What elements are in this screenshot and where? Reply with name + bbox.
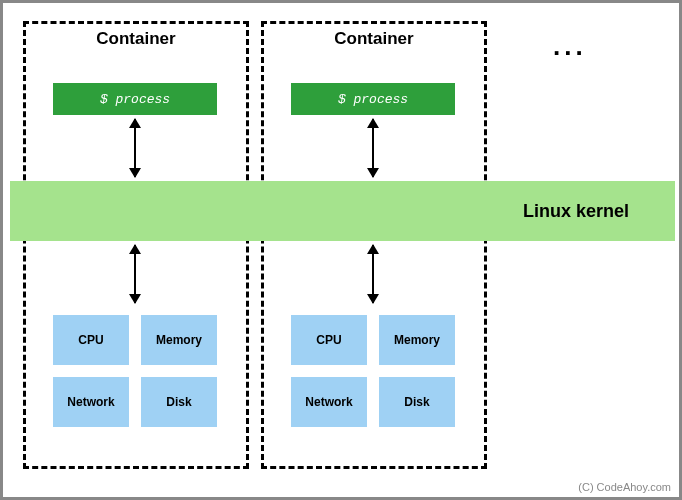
resource-cpu-2: CPU <box>291 315 367 365</box>
resource-memory-2: Memory <box>379 315 455 365</box>
linux-kernel-label: Linux kernel <box>523 201 629 222</box>
resource-cpu-1: CPU <box>53 315 129 365</box>
arrow-process-kernel-1 <box>134 119 136 177</box>
process-box-2: $ process <box>291 83 455 115</box>
arrow-kernel-resources-1 <box>134 245 136 303</box>
resource-memory-1: Memory <box>141 315 217 365</box>
process-box-1: $ process <box>53 83 217 115</box>
resource-disk-2: Disk <box>379 377 455 427</box>
arrow-kernel-resources-2 <box>372 245 374 303</box>
resource-network-1: Network <box>53 377 129 427</box>
container-title-1: Container <box>23 29 249 49</box>
resource-disk-1: Disk <box>141 377 217 427</box>
resource-network-2: Network <box>291 377 367 427</box>
diagram-canvas: Container Container ... $ process $ proc… <box>0 0 682 500</box>
ellipsis-more-containers: ... <box>553 31 587 62</box>
arrow-process-kernel-2 <box>372 119 374 177</box>
container-title-2: Container <box>261 29 487 49</box>
attribution-text: (C) CodeAhoy.com <box>578 481 671 493</box>
